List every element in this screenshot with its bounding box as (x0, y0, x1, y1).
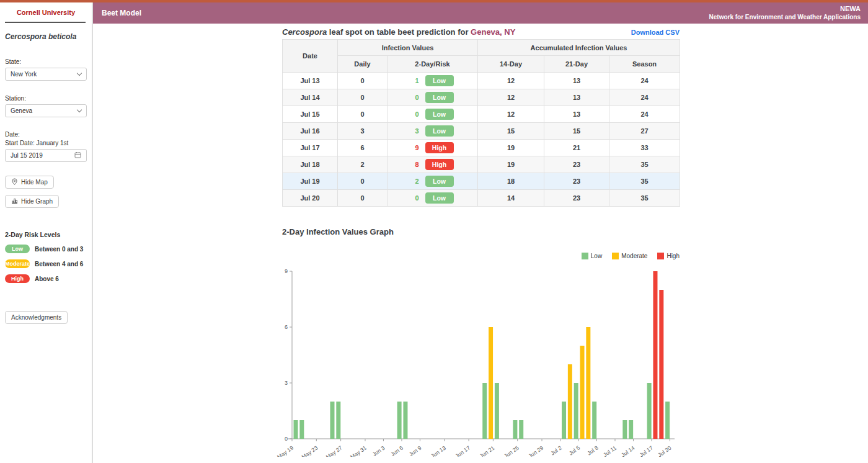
table-row[interactable]: Jul 1769High192133 (283, 140, 680, 156)
y-tick-label: 3 (285, 380, 288, 386)
chart-bar (495, 383, 499, 439)
station-select-value: Geneva (11, 107, 32, 114)
date-cell: Jul 15 (283, 106, 338, 123)
table-row[interactable]: Jul 1500Low121324 (283, 106, 680, 123)
hide-map-label: Hide Map (21, 179, 48, 186)
table-row[interactable]: Jul 1633Low151527 (283, 123, 680, 140)
table-row[interactable]: Jul 1828High192335 (283, 156, 680, 173)
two-day-risk-cell: 9High (388, 140, 478, 156)
page-title: Beet Model (102, 9, 141, 17)
chart-bar (403, 402, 407, 439)
two-day-risk-cell: 8High (388, 156, 478, 173)
chart-bar (336, 402, 340, 439)
chevron-down-icon (77, 107, 82, 112)
chart-bar (574, 383, 578, 439)
chart-bar (568, 364, 572, 439)
newa-brand[interactable]: NEWA Network for Environment and Weather… (709, 5, 861, 21)
prediction-table: Date Infection Values Accumulated Infect… (282, 39, 680, 207)
season-cell: 24 (609, 73, 680, 89)
date-cell: Jul 19 (283, 173, 338, 190)
col-header-daily: Daily (338, 56, 388, 73)
14-day-cell: 18 (478, 173, 544, 190)
hide-graph-button[interactable]: Hide Graph (5, 195, 59, 208)
download-csv-link[interactable]: Download CSV (631, 29, 680, 36)
start-date-note: Start Date: January 1st (5, 140, 92, 146)
state-select[interactable]: New York (5, 68, 87, 81)
two-day-risk-cell: 3Low (388, 123, 478, 140)
chart-bar (647, 383, 652, 439)
risk-badge: Low (425, 75, 454, 86)
app-header: Beet Model NEWA Network for Environment … (93, 2, 868, 24)
two-day-value: 0 (412, 110, 419, 118)
daily-cell: 2 (338, 156, 388, 173)
risk-badge: Low (425, 176, 454, 187)
x-tick-label: Jul 11 (602, 444, 618, 457)
date-cell: Jul 16 (283, 123, 338, 140)
chart-bar (397, 402, 402, 439)
organism-name: Cercospora beticola (5, 32, 92, 41)
date-cell: Jul 20 (283, 190, 338, 207)
two-day-risk-cell: 2Low (388, 173, 478, 190)
col-group-accumulated: Accumulated Infection Values (478, 40, 680, 56)
date-input[interactable]: Jul 15 2019 (5, 149, 87, 162)
table-row[interactable]: Jul 2000Low142335 (283, 190, 680, 207)
two-day-risk-cell: 0Low (388, 89, 478, 106)
prediction-title-location: Geneva, NY (471, 27, 515, 37)
daily-cell: 0 (338, 89, 388, 106)
two-day-risk-cell: 1Low (388, 73, 478, 89)
prediction-title: Cercospora leaf spot on table beet predi… (282, 27, 515, 37)
station-label: Station: (5, 95, 92, 102)
low-risk-description: Between 0 and 3 (35, 246, 83, 253)
station-select[interactable]: Geneva (5, 104, 87, 117)
high-risk-description: Above 6 (35, 276, 59, 282)
acknowledgments-button[interactable]: Acknowledgments (5, 311, 68, 324)
moderate-legend-swatch (612, 253, 619, 259)
hide-map-button[interactable]: Hide Map (5, 176, 54, 189)
sidebar: Cornell University Cercospora beticola S… (0, 2, 93, 463)
two-day-value: 0 (412, 94, 419, 101)
table-row[interactable]: Jul 1301Low121324 (283, 73, 680, 89)
risk-level-item: Low Between 0 and 3 (5, 245, 92, 253)
x-tick-label: Jun 17 (454, 444, 471, 457)
season-cell: 35 (609, 156, 680, 173)
21-day-cell: 23 (544, 173, 609, 190)
two-day-value: 8 (412, 161, 419, 168)
table-row[interactable]: Jul 1902Low182335 (283, 173, 680, 190)
high-legend-swatch (657, 253, 664, 259)
infection-values-bar-chart: 0369May 19May 23May 27May 31Jun 3Jun 6Ju… (273, 267, 694, 457)
x-tick-label: Jul 5 (568, 444, 581, 456)
hide-graph-label: Hide Graph (21, 198, 53, 205)
date-cell: Jul 17 (283, 140, 338, 156)
x-tick-label: Jun 21 (479, 444, 496, 457)
date-cell: Jul 14 (283, 89, 338, 106)
chart-bar (580, 346, 585, 439)
col-header-21-day: 21-Day (544, 56, 609, 73)
chart-bar (489, 327, 493, 439)
moderate-legend-label: Moderate (621, 253, 647, 259)
top-accent-stripe (0, 0, 868, 2)
chart-bar (622, 420, 627, 439)
prediction-title-text: leaf spot on table beet prediction for (327, 27, 471, 37)
x-tick-label: May 19 (276, 444, 294, 457)
21-day-cell: 23 (544, 190, 609, 207)
table-row[interactable]: Jul 1400Low121324 (283, 89, 680, 106)
daily-cell: 6 (338, 140, 388, 156)
sidebar-divider (5, 22, 86, 23)
chart-bar (665, 402, 670, 439)
risk-level-item: High Above 6 (5, 274, 92, 283)
season-cell: 35 (609, 173, 680, 190)
brand-subtitle: Network for Environment and Weather Appl… (709, 14, 861, 22)
x-tick-label: Jul 14 (620, 444, 636, 457)
season-cell: 24 (609, 89, 680, 106)
state-select-value: New York (11, 71, 37, 78)
14-day-cell: 19 (478, 156, 544, 173)
chart-bar (592, 402, 596, 439)
risk-level-item: Moderate Between 4 and 6 (5, 259, 92, 268)
two-day-value: 9 (412, 144, 419, 151)
two-day-value: 3 (412, 127, 419, 135)
two-day-value: 2 (412, 178, 419, 185)
chart-bar (562, 402, 566, 439)
x-tick-label: Jun 29 (527, 444, 544, 457)
x-tick-label: Jul 20 (657, 444, 672, 457)
cornell-university-logo[interactable]: Cornell University (0, 9, 92, 16)
